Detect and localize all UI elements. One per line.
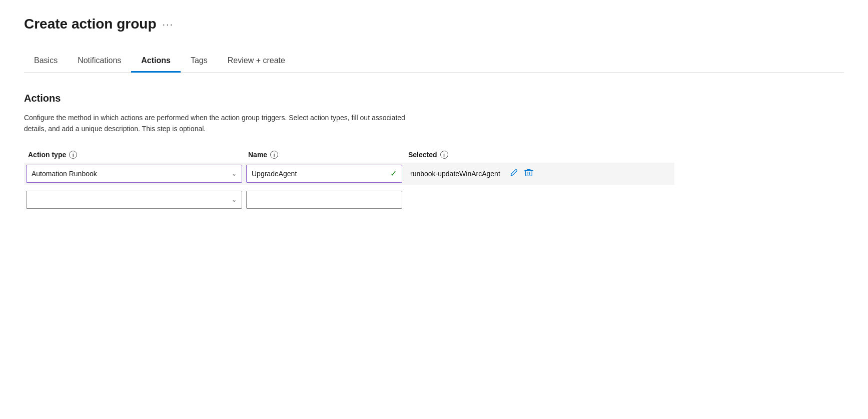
grid-header-row: Action type i Name i Selected i [24, 151, 674, 159]
action-icons-1 [508, 167, 534, 180]
table-row: ⌄ [24, 189, 674, 211]
name-input-1[interactable]: UpgradeAgent ✓ [246, 165, 402, 183]
action-type-dropdown-1[interactable]: Automation Runbook ⌄ [26, 165, 242, 183]
section-content: Actions Configure the method in which ac… [24, 93, 844, 211]
name-input-2[interactable] [246, 191, 402, 209]
actions-grid: Action type i Name i Selected i Automati… [24, 151, 674, 211]
tab-review-create[interactable]: Review + create [218, 50, 295, 73]
col-header-name: Name i [246, 151, 406, 159]
name-cell-2 [244, 189, 404, 211]
page-title: Create action group [24, 16, 156, 32]
selected-cell-1: runbook-updateWinArcAgent [404, 165, 674, 182]
svg-rect-0 [525, 170, 532, 176]
action-type-info-icon[interactable]: i [69, 151, 77, 159]
section-title: Actions [24, 93, 844, 104]
selected-info-icon[interactable]: i [440, 151, 448, 159]
edit-icon[interactable] [508, 167, 519, 180]
name-cell-1: UpgradeAgent ✓ [244, 163, 404, 185]
action-type-cell-1: Automation Runbook ⌄ [24, 163, 244, 185]
tab-basics[interactable]: Basics [24, 50, 68, 73]
selected-cell-2 [404, 198, 674, 202]
action-type-dropdown-2[interactable]: ⌄ [26, 191, 242, 209]
tab-notifications[interactable]: Notifications [68, 50, 131, 73]
col-header-action-type: Action type i [26, 151, 246, 159]
tab-navigation: Basics Notifications Actions Tags Review… [24, 50, 844, 73]
more-options-button[interactable]: ··· [162, 19, 174, 30]
delete-icon[interactable] [523, 167, 534, 180]
tab-tags[interactable]: Tags [181, 50, 218, 73]
dropdown-arrow-icon: ⌄ [232, 170, 237, 177]
action-type-cell-2: ⌄ [24, 189, 244, 211]
selected-value-1: runbook-updateWinArcAgent [406, 167, 672, 180]
name-info-icon[interactable]: i [270, 151, 278, 159]
tab-actions[interactable]: Actions [131, 50, 181, 73]
check-icon: ✓ [390, 169, 397, 178]
page-container: Create action group ··· Basics Notificat… [0, 0, 868, 231]
dropdown-arrow-icon-2: ⌄ [232, 196, 237, 203]
section-description: Configure the method in which actions ar… [24, 112, 424, 135]
table-row: Automation Runbook ⌄ UpgradeAgent ✓ runb… [24, 163, 674, 185]
col-header-selected: Selected i [406, 151, 672, 159]
page-header: Create action group ··· [24, 16, 844, 32]
